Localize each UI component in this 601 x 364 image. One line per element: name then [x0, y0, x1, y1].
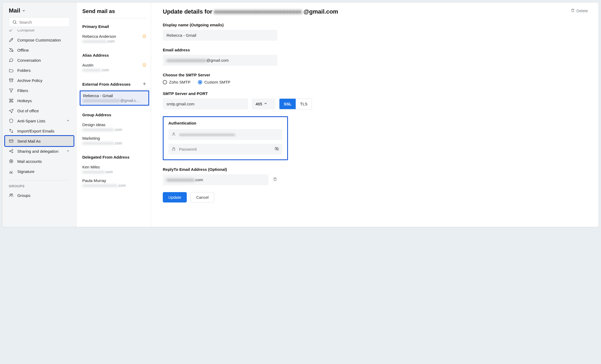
group-entry[interactable]: Marketing xxxxxxxxxxxxxxxxx.com — [82, 134, 147, 148]
tls-button[interactable]: TLS — [296, 99, 312, 109]
external-from-header: External From Addresses — [82, 82, 147, 87]
primary-email-entry[interactable]: Rebecca Anderson xxxxxxxxxxxxx.com — [82, 32, 147, 46]
nav-label: Hotkeys — [17, 98, 32, 103]
nav-send-mail-as[interactable]: Send Mail As — [5, 136, 74, 146]
search-box[interactable] — [9, 17, 70, 27]
tools-icon — [9, 38, 14, 42]
nav-signature[interactable]: Signature — [5, 166, 74, 176]
cloud-off-icon — [9, 48, 14, 52]
svg-point-11 — [12, 194, 13, 195]
nav-compose[interactable]: Compose — [5, 30, 74, 35]
svg-rect-4 — [9, 140, 13, 143]
chat-icon — [9, 58, 14, 63]
replyto-label: ReplyTo Email Address (Optional) — [163, 167, 277, 172]
entry-email: xxxxxxxxxxxxxxxxxxxx@gmail.c… — [83, 98, 146, 103]
display-name-label: Display name (Outgoing emails) — [163, 23, 277, 27]
primary-email-header: Primary Email — [82, 24, 147, 29]
radio-custom-smtp[interactable]: Custom SMTP — [198, 80, 230, 84]
group-address-header: Group Address — [82, 113, 147, 117]
nav-anti-spam[interactable]: Anti-Spam Lists — [5, 116, 74, 126]
delegated-entry[interactable]: Paula Murray xxxxxxxxxxxxxxxxxxx.com — [82, 177, 147, 190]
cancel-button[interactable]: Cancel — [190, 192, 214, 202]
smtp-choice-label: Choose the SMTP Server — [163, 73, 277, 77]
plane-icon — [9, 108, 14, 113]
nav-label: Conversation — [17, 58, 41, 63]
nav-archive-policy[interactable]: Archive Policy — [5, 75, 74, 85]
smtp-port-select[interactable]: 465 — [252, 98, 275, 109]
entry-name: Design ideas — [82, 122, 147, 127]
svg-point-8 — [10, 160, 12, 162]
nav-compose-customization[interactable]: Compose Customization — [5, 35, 74, 45]
delegated-entry[interactable]: Ken Miles xxxxxxxxxxxx.com — [82, 163, 147, 177]
entry-email: xxxxxxxxxxxx.com — [82, 170, 147, 174]
email-address-input[interactable]: xxxxxxxxxxxxxxxxxxxx@gmail.com — [163, 55, 277, 66]
nav-mail-accounts[interactable]: Mail accounts — [5, 156, 74, 166]
authentication-block: Authentication — [163, 116, 288, 160]
auth-password-input[interactable] — [168, 144, 282, 155]
auth-label: Authentication — [168, 121, 282, 125]
page-title: Update details for xxxxxxxxxxxxxxxxxxxxx… — [163, 8, 338, 15]
group-entry[interactable]: Design ideas xxxxxxxxxxxxxxxxx.com — [82, 121, 147, 134]
search-input[interactable] — [19, 20, 70, 24]
nav-conversation[interactable]: Conversation — [5, 55, 74, 65]
folder-icon — [9, 68, 14, 73]
nav-filters[interactable]: Filters — [5, 85, 74, 96]
entry-name: Marketing — [82, 136, 147, 140]
update-button[interactable]: Update — [163, 192, 187, 202]
panel-title: Send mail as — [82, 8, 147, 18]
entry-email: xxxxxxxxxxxxx.com — [82, 39, 147, 43]
entry-name: Austin — [82, 63, 147, 67]
alias-entry[interactable]: Austin xxxxxxxxxx.com — [82, 61, 147, 75]
people-icon — [9, 193, 14, 198]
svg-rect-3 — [9, 79, 13, 80]
sidebar: Mail Compose Compose Customization Offli… — [2, 2, 76, 227]
nav-offline[interactable]: Offline — [5, 45, 74, 55]
nav-hotkeys[interactable]: Hotkeys — [5, 96, 74, 106]
nav-folders[interactable]: Folders — [5, 65, 74, 75]
nav-label: Sharing and delegation — [17, 149, 58, 154]
nav-groups[interactable]: Groups — [5, 190, 74, 200]
entry-name: Paula Murray — [82, 178, 147, 183]
replyto-remove-button[interactable] — [273, 177, 277, 183]
entry-email: xxxxxxxxxxxxxxxxx.com — [82, 141, 147, 145]
nav-list: Compose Compose Customization Offline Co… — [2, 30, 76, 227]
auth-username-input[interactable] — [168, 129, 282, 140]
nav-out-of-office[interactable]: Out of office — [5, 106, 74, 116]
svg-point-10 — [10, 194, 11, 195]
ssl-button[interactable]: SSL — [279, 99, 296, 109]
app-title-dropdown[interactable]: Mail — [9, 7, 70, 14]
user-icon — [172, 132, 176, 137]
email-address-label: Email address — [163, 48, 277, 52]
verified-shield-icon — [142, 34, 147, 39]
nav-label: Offline — [17, 48, 29, 52]
external-from-label: External From Addresses — [82, 82, 131, 86]
replyto-input[interactable]: xxxxxxxxxxxxxx.com — [163, 174, 269, 185]
nav-label: Out of office — [17, 109, 39, 113]
nav-label: Compose — [17, 30, 34, 32]
nav-label: Filters — [17, 88, 28, 93]
nav-sharing-delegation[interactable]: Sharing and delegation — [5, 146, 74, 156]
radio-zoho-smtp[interactable]: Zoho SMTP — [163, 80, 190, 84]
alias-header: Alias Address — [82, 53, 147, 57]
nav-label: Compose Customization — [17, 38, 61, 42]
nav-label: Groups — [17, 193, 30, 198]
add-external-address-button[interactable] — [142, 82, 147, 87]
entry-email: xxxxxxxxxx.com — [82, 68, 147, 72]
shield-icon — [9, 118, 14, 123]
signature-icon — [9, 169, 14, 174]
swap-icon — [9, 129, 14, 133]
nav-label: Folders — [17, 68, 31, 73]
verified-shield-icon — [142, 63, 147, 68]
nav-label: Import/Export Emails — [17, 129, 54, 133]
display-name-input[interactable] — [163, 30, 277, 41]
nav-label: Archive Policy — [17, 78, 42, 83]
chevron-down-icon — [66, 119, 70, 123]
delete-button[interactable]: Delete — [571, 8, 588, 13]
smtp-server-input[interactable] — [163, 98, 248, 109]
nav-import-export[interactable]: Import/Export Emails — [5, 126, 74, 136]
external-entry-selected[interactable]: Rebecca - Gmail xxxxxxxxxxxxxxxxxxxx@gma… — [80, 90, 149, 106]
nav-label: Signature — [17, 169, 34, 174]
nav-groups-header: GROUPS — [5, 183, 74, 190]
radio-icon — [163, 80, 167, 84]
eye-off-icon[interactable] — [274, 146, 279, 152]
